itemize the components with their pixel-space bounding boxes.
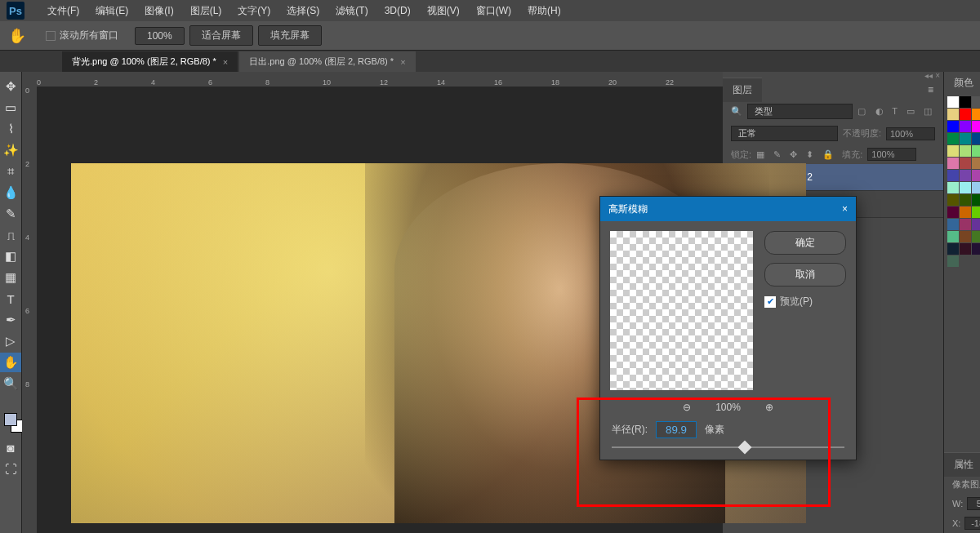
eraser-tool[interactable]: ◧ [0,247,21,266]
layer-kind-filter[interactable]: 类型 [747,104,853,119]
swatch[interactable] [960,145,971,157]
gradient-tool[interactable]: ▦ [0,268,21,287]
menu-select[interactable]: 选择(S) [278,4,327,18]
panel-menu-icon[interactable]: ≡ [918,79,943,100]
swatch[interactable] [960,231,971,242]
swatch[interactable] [972,219,980,230]
screen-mode-tool[interactable]: ⛶ [0,459,21,478]
swatch[interactable] [972,133,980,144]
x-value[interactable]: -18.59 [964,517,980,530]
blend-mode-select[interactable]: 正常 [731,126,838,141]
fill-input[interactable] [867,148,916,161]
preview-checkbox[interactable]: ✔ 预览(P) [764,295,846,309]
radius-slider[interactable] [612,446,844,448]
ok-button[interactable]: 确定 [764,231,846,255]
swatch[interactable] [947,145,959,157]
menu-file[interactable]: 文件(F) [39,4,87,18]
layers-tab[interactable]: 图层 [723,78,762,102]
slider-thumb[interactable] [737,441,751,455]
swatch[interactable] [947,182,959,193]
zoom-level-button[interactable]: 100% [135,27,185,45]
marquee-tool[interactable]: ▭ [0,98,21,118]
tab-2[interactable]: 日出.png @ 100% (图层 2, RGB/8) * × [239,51,415,72]
fill-screen-button[interactable]: 填充屏幕 [258,25,322,46]
crop-tool[interactable]: ⌗ [0,162,21,181]
close-icon[interactable]: × [400,57,405,67]
swatch[interactable] [960,194,971,206]
swatch[interactable] [960,219,971,230]
swatch[interactable] [947,231,959,242]
menu-edit[interactable]: 编辑(E) [87,4,136,18]
menu-help[interactable]: 帮助(H) [519,4,569,18]
swatch[interactable] [972,145,980,157]
filter-icons[interactable]: ▢ ◐ T ▭ ◫ [858,106,935,117]
search-icon[interactable]: 🔍 [731,106,742,117]
swatch[interactable] [960,170,971,181]
blur-preview[interactable] [610,231,753,390]
swatch[interactable] [960,96,971,108]
properties-tab[interactable]: 属性 [944,452,980,477]
swatch[interactable] [960,207,971,218]
type-tool[interactable]: T [0,289,21,309]
cancel-button[interactable]: 取消 [764,263,846,286]
menu-layers[interactable]: 图层(L) [182,4,230,18]
swatch[interactable] [972,96,980,108]
menu-type[interactable]: 文字(Y) [229,4,278,18]
quick-mask-tool[interactable]: ◙ [0,438,21,457]
stamp-tool[interactable]: ⎍ [0,225,21,245]
eyedropper-tool[interactable]: 💧 [0,183,21,202]
move-tool[interactable]: ✥ [0,77,21,96]
swatch[interactable] [972,158,980,169]
hand-tool-icon[interactable]: ✋ [8,27,26,45]
menu-3d[interactable]: 3D(D) [376,5,419,16]
tab-1[interactable]: 背光.png @ 100% (图层 2, RGB/8) * × [62,51,238,72]
swatch[interactable] [947,255,959,267]
zoom-in-icon[interactable]: ⊕ [765,402,773,413]
lock-icons[interactable]: ▦ ✎ ✥ ⬍ 🔒 [756,149,837,160]
zoom-out-icon[interactable]: ⊖ [683,402,691,413]
magic-wand-tool[interactable]: ✨ [0,140,21,160]
menu-view[interactable]: 视图(V) [419,4,468,18]
lasso-tool[interactable]: ⌇ [0,119,21,139]
swatch[interactable] [972,194,980,206]
width-value[interactable]: 54.93 [967,497,980,510]
swatch[interactable] [947,194,959,206]
swatch[interactable] [947,109,959,120]
swatch[interactable] [960,182,971,193]
brush-tool[interactable]: ✎ [0,204,21,224]
menu-image[interactable]: 图像(I) [136,4,181,18]
dialog-titlebar[interactable]: 高斯模糊 × [600,197,856,221]
radius-input[interactable] [656,421,697,438]
swatch[interactable] [960,121,971,132]
swatch[interactable] [947,158,959,169]
swatch[interactable] [960,109,971,120]
swatch[interactable] [947,219,959,230]
swatch[interactable] [972,231,980,242]
close-icon[interactable]: × [842,203,848,215]
swatch[interactable] [972,109,980,120]
swatch[interactable] [947,121,959,132]
color-tab[interactable]: 颜色 [944,71,980,95]
swatch[interactable] [972,170,980,181]
path-select-tool[interactable]: ▷ [0,331,21,351]
foreground-color[interactable] [4,413,17,426]
swatch[interactable] [960,158,971,169]
swatch[interactable] [947,243,959,255]
swatch[interactable] [960,133,971,144]
swatch[interactable] [947,207,959,218]
swatch[interactable] [947,170,959,181]
menu-window[interactable]: 窗口(W) [468,4,519,18]
pen-tool[interactable]: ✒ [0,310,21,330]
swatch[interactable] [972,182,980,193]
hand-tool[interactable]: ✋ [0,353,21,372]
swatch[interactable] [972,243,980,255]
swatch[interactable] [960,243,971,255]
scroll-all-checkbox[interactable]: 滚动所有窗口 [46,29,118,42]
swatch[interactable] [947,96,959,108]
swatch[interactable] [972,207,980,218]
swatch[interactable] [947,133,959,144]
swatches-grid[interactable] [944,93,980,270]
opacity-input[interactable] [886,127,935,140]
swatch[interactable] [972,121,980,132]
close-icon[interactable]: × [223,57,228,67]
